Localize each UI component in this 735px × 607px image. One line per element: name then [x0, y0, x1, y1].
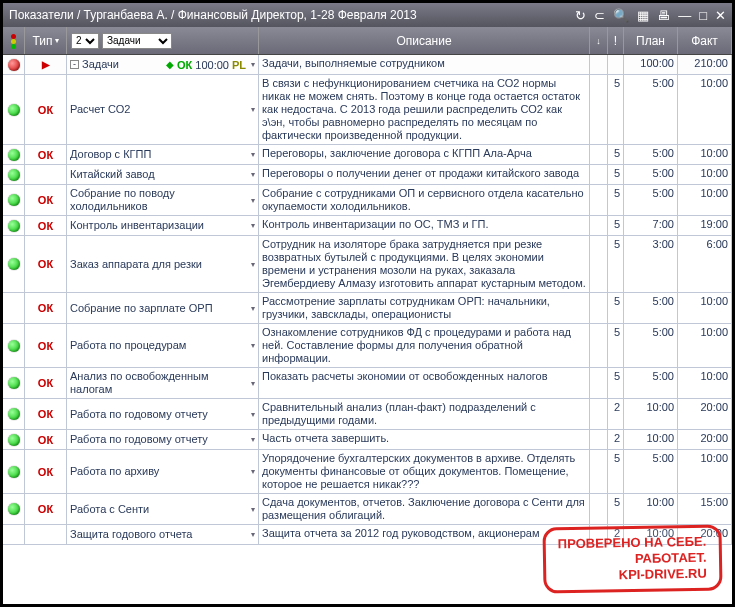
print-icon[interactable]: 🖶 — [657, 8, 670, 23]
row-desc: Защита отчета за 2012 год руководством, … — [259, 525, 590, 544]
row-desc: Сотрудник на изоляторе брака затрудняетс… — [259, 236, 590, 292]
sync-icon[interactable]: ⊂ — [594, 8, 605, 23]
summary-fact: 210:00 — [678, 55, 732, 74]
task-name: Расчет СО2 — [70, 103, 246, 116]
table-row[interactable]: ОКДоговор с КГПП▾Переговоры, заключение … — [3, 145, 732, 165]
dropdown-icon[interactable]: ▾ — [249, 379, 255, 388]
ok-tag: ОК — [177, 59, 192, 71]
table-row[interactable]: ОКСобрание по зарплате ОРП▾Рассмотрение … — [3, 293, 732, 324]
task-name: Работа по процедурам — [70, 339, 246, 352]
row-type: ОК — [25, 450, 67, 493]
row-type: ОК — [25, 185, 67, 215]
row-desc: Переговоры о получении денег от продажи … — [259, 165, 590, 184]
row-type — [25, 525, 67, 544]
row-type — [25, 165, 67, 184]
titlebar: Показатели / Турганбаева А. / Финансовый… — [3, 3, 732, 27]
chevron-down-icon: ▾ — [55, 36, 59, 45]
dropdown-icon[interactable]: ▾ — [249, 221, 255, 230]
header-type[interactable]: Тип ▾ — [25, 27, 67, 54]
task-name: Работа с Сенти — [70, 503, 246, 516]
dropdown-icon[interactable]: ▾ — [249, 105, 255, 114]
close-icon[interactable]: ✕ — [715, 8, 726, 23]
refresh-icon[interactable]: ↻ — [575, 8, 586, 23]
row-fact: 10:00 — [678, 165, 732, 184]
row-priority: 5 — [608, 236, 624, 292]
dropdown-icon[interactable]: ▾ — [249, 435, 255, 444]
row-priority: 5 — [608, 368, 624, 398]
status-dot — [8, 59, 20, 71]
header-sort[interactable]: ↓ — [590, 27, 608, 54]
row-fact: 20:00 — [678, 525, 732, 544]
row-priority: 5 — [608, 293, 624, 323]
row-plan: 10:00 — [624, 399, 678, 429]
row-type: ОК — [25, 236, 67, 292]
dropdown-icon[interactable]: ▾ — [249, 341, 255, 350]
table-row[interactable]: ОКРабота по процедурам▾Ознакомление сотр… — [3, 324, 732, 368]
row-desc: Сравнительный анализ (план-факт) подразд… — [259, 399, 590, 429]
dropdown-icon[interactable]: ▾ — [249, 304, 255, 313]
task-name: Собрание по зарплате ОРП — [70, 302, 246, 315]
row-priority: 2 — [608, 525, 624, 544]
dropdown-icon[interactable]: ▾ — [249, 60, 255, 69]
table-row[interactable]: Китайский завод▾Переговоры о получении д… — [3, 165, 732, 185]
row-desc: Рассмотрение зарплаты сотрудникам ОРП: н… — [259, 293, 590, 323]
table-row[interactable]: ОКРасчет СО2▾В связи с нефункционировани… — [3, 75, 732, 145]
table-row[interactable]: ОКРабота по годовому отчету▾Сравнительны… — [3, 399, 732, 430]
task-name: Работа по годовому отчету — [70, 433, 246, 446]
row-type: ОК — [25, 494, 67, 524]
maximize-icon[interactable]: □ — [699, 8, 707, 23]
header-priority[interactable]: ! — [608, 27, 624, 54]
play-icon: ▶ — [42, 59, 50, 70]
summary-time: 100:00 — [195, 59, 229, 71]
status-dot — [8, 466, 20, 478]
summary-row[interactable]: ▶ - Задачи ◆ ОК 100:00 PL ▾ Задачи, выпо… — [3, 55, 732, 75]
table-row[interactable]: ОККонтроль инвентаризации▾Контроль инвен… — [3, 216, 732, 236]
row-type: ОК — [25, 216, 67, 235]
table-row[interactable]: ОКАнализ по освобожденным налогам▾Показа… — [3, 368, 732, 399]
dropdown-icon[interactable]: ▾ — [249, 467, 255, 476]
dropdown-icon[interactable]: ▾ — [249, 410, 255, 419]
row-priority: 5 — [608, 324, 624, 367]
status-dot — [8, 220, 20, 232]
row-plan: 5:00 — [624, 165, 678, 184]
traffic-icon — [11, 33, 16, 49]
grid-icon[interactable]: ▦ — [637, 8, 649, 23]
row-type: ОК — [25, 75, 67, 144]
dropdown-icon[interactable]: ▾ — [249, 150, 255, 159]
header-fact[interactable]: Факт — [678, 27, 732, 54]
table-body[interactable]: ▶ - Задачи ◆ ОК 100:00 PL ▾ Задачи, выпо… — [3, 55, 732, 604]
dropdown-icon[interactable]: ▾ — [249, 196, 255, 205]
table-row[interactable]: ОКРабота по архиву▾Упорядочение бухгалте… — [3, 450, 732, 494]
table-row[interactable]: ОКЗаказ аппарата для резки▾Сотрудник на … — [3, 236, 732, 293]
app-window: Показатели / Турганбаева А. / Финансовый… — [0, 0, 735, 607]
status-dot — [8, 194, 20, 206]
dropdown-icon[interactable]: ▾ — [249, 260, 255, 269]
row-priority: 5 — [608, 75, 624, 144]
minimize-icon[interactable]: — — [678, 8, 691, 23]
row-priority: 5 — [608, 185, 624, 215]
header-plan[interactable]: План — [624, 27, 678, 54]
table-row[interactable]: ОКРабота с Сенти▾Сдача документов, отчет… — [3, 494, 732, 525]
row-fact: 20:00 — [678, 430, 732, 449]
row-plan: 5:00 — [624, 185, 678, 215]
header-description[interactable]: Описание — [259, 27, 590, 54]
status-dot — [8, 340, 20, 352]
task-select[interactable]: Задачи — [102, 33, 172, 49]
header-status[interactable] — [3, 27, 25, 54]
row-plan: 3:00 — [624, 236, 678, 292]
row-plan: 5:00 — [624, 368, 678, 398]
task-name: Защита годового отчета — [70, 528, 246, 541]
table-row[interactable]: ОКРабота по годовому отчету▾Часть отчета… — [3, 430, 732, 450]
dropdown-icon[interactable]: ▾ — [249, 530, 255, 539]
dropdown-icon[interactable]: ▾ — [249, 170, 255, 179]
search-icon[interactable]: 🔍 — [613, 8, 629, 23]
table-row[interactable]: ОКСобрание по поводу холодильников▾Собра… — [3, 185, 732, 216]
row-plan: 7:00 — [624, 216, 678, 235]
table-row[interactable]: Защита годового отчета▾Защита отчета за … — [3, 525, 732, 545]
collapse-icon[interactable]: - — [70, 60, 79, 69]
sort-down-icon: ↓ — [596, 36, 601, 46]
number-select[interactable]: 2 — [71, 33, 99, 49]
row-desc: Упорядочение бухгалтерских документов в … — [259, 450, 590, 493]
row-plan: 5:00 — [624, 75, 678, 144]
dropdown-icon[interactable]: ▾ — [249, 505, 255, 514]
